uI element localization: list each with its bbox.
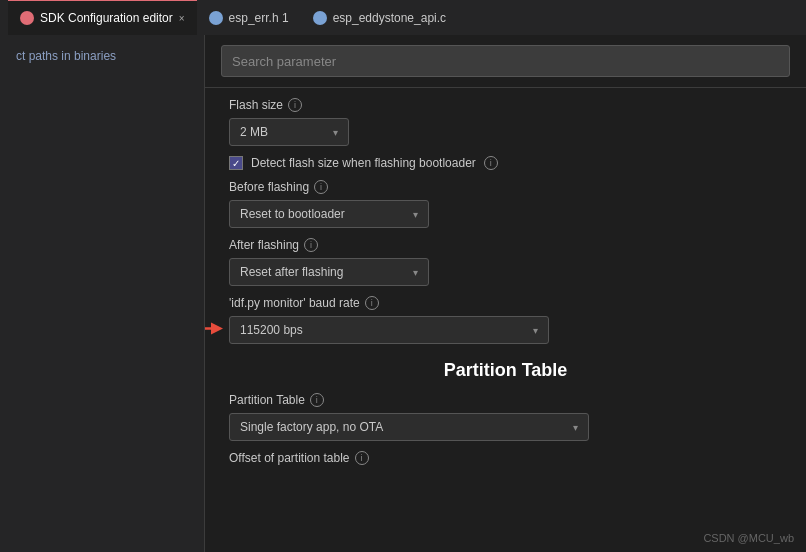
detect-flash-label: Detect flash size when flashing bootload… xyxy=(251,156,476,170)
esp-err-icon xyxy=(209,11,223,25)
offset-row: Offset of partition table i xyxy=(229,451,782,465)
baud-rate-arrow-container: 115200 bps ▾ xyxy=(229,316,782,344)
partition-table-row: Partition Table i Single factory app, no… xyxy=(229,393,782,441)
tab-esp-err[interactable]: esp_err.h 1 xyxy=(197,0,301,35)
baud-rate-label: 'idf.py monitor' baud rate xyxy=(229,296,360,310)
content-area: Flash size i 2 MB ▾ ✓ Detect flash size … xyxy=(205,35,806,552)
flash-size-dropdown[interactable]: 2 MB ▾ xyxy=(229,118,349,146)
tab-sdk-config-label: SDK Configuration editor xyxy=(40,11,173,25)
detect-flash-row: ✓ Detect flash size when flashing bootlo… xyxy=(229,156,782,170)
detect-flash-check-icon: ✓ xyxy=(232,158,240,169)
tab-esp-eddystone-label: esp_eddystone_api.c xyxy=(333,11,446,25)
after-flashing-row: After flashing i Reset after flashing ▾ xyxy=(229,238,782,286)
partition-table-value: Single factory app, no OTA xyxy=(240,420,383,434)
tab-sdk-config[interactable]: SDK Configuration editor × xyxy=(8,0,197,35)
titlebar: SDK Configuration editor × esp_err.h 1 e… xyxy=(0,0,806,35)
search-input[interactable] xyxy=(221,45,790,77)
partition-table-dropdown[interactable]: Single factory app, no OTA ▾ xyxy=(229,413,589,441)
sdk-config-icon xyxy=(20,11,34,25)
baud-rate-row: 'idf.py monitor' baud rate i 115200 bps … xyxy=(229,296,782,344)
partition-table-title: Partition Table xyxy=(229,360,782,381)
baud-rate-dropdown[interactable]: 115200 bps ▾ xyxy=(229,316,549,344)
before-flashing-label-row: Before flashing i xyxy=(229,180,782,194)
tab-esp-eddystone[interactable]: esp_eddystone_api.c xyxy=(301,0,458,35)
flash-size-info-icon[interactable]: i xyxy=(288,98,302,112)
sidebar-item-paths[interactable]: ct paths in binaries xyxy=(0,43,204,69)
after-flashing-info-icon[interactable]: i xyxy=(304,238,318,252)
after-flashing-dropdown[interactable]: Reset after flashing ▾ xyxy=(229,258,429,286)
flash-size-label: Flash size xyxy=(229,98,283,112)
flash-size-dropdown-arrow: ▾ xyxy=(333,127,338,138)
partition-table-label: Partition Table xyxy=(229,393,305,407)
before-flashing-info-icon[interactable]: i xyxy=(314,180,328,194)
after-flashing-label-row: After flashing i xyxy=(229,238,782,252)
sidebar-item-paths-label: ct paths in binaries xyxy=(16,49,116,63)
after-flashing-value: Reset after flashing xyxy=(240,265,343,279)
svg-marker-1 xyxy=(211,323,223,335)
main-layout: ct paths in binaries Flash size i 2 MB ▾ xyxy=(0,35,806,552)
search-bar xyxy=(205,35,806,88)
sidebar: ct paths in binaries xyxy=(0,35,205,552)
close-sdk-config-button[interactable]: × xyxy=(179,13,185,24)
offset-label: Offset of partition table xyxy=(229,451,350,465)
watermark: CSDN @MCU_wb xyxy=(703,532,794,544)
offset-info-icon[interactable]: i xyxy=(355,451,369,465)
offset-label-row: Offset of partition table i xyxy=(229,451,782,465)
partition-table-label-row: Partition Table i xyxy=(229,393,782,407)
baud-rate-info-icon[interactable]: i xyxy=(365,296,379,310)
after-flashing-arrow: ▾ xyxy=(413,267,418,278)
flash-size-value: 2 MB xyxy=(240,125,268,139)
flash-size-row: Flash size i 2 MB ▾ xyxy=(229,98,782,146)
before-flashing-value: Reset to bootloader xyxy=(240,207,345,221)
before-flashing-dropdown[interactable]: Reset to bootloader ▾ xyxy=(229,200,429,228)
red-arrow-indicator xyxy=(205,318,224,343)
config-content: Flash size i 2 MB ▾ ✓ Detect flash size … xyxy=(205,88,806,552)
partition-table-info-icon[interactable]: i xyxy=(310,393,324,407)
before-flashing-label: Before flashing xyxy=(229,180,309,194)
partition-table-arrow: ▾ xyxy=(573,422,578,433)
detect-flash-checkbox[interactable]: ✓ xyxy=(229,156,243,170)
before-flashing-arrow: ▾ xyxy=(413,209,418,220)
before-flashing-row: Before flashing i Reset to bootloader ▾ xyxy=(229,180,782,228)
tab-esp-err-label: esp_err.h 1 xyxy=(229,11,289,25)
baud-rate-label-row: 'idf.py monitor' baud rate i xyxy=(229,296,782,310)
flash-size-label-row: Flash size i xyxy=(229,98,782,112)
esp-eddystone-icon xyxy=(313,11,327,25)
baud-rate-arrow: ▾ xyxy=(533,325,538,336)
after-flashing-label: After flashing xyxy=(229,238,299,252)
baud-rate-value: 115200 bps xyxy=(240,323,303,337)
detect-flash-info-icon[interactable]: i xyxy=(484,156,498,170)
